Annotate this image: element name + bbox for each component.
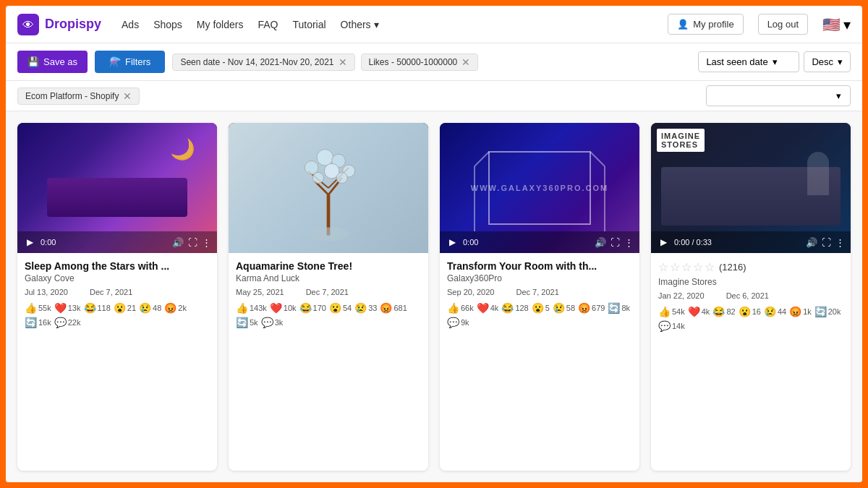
date-start-1: Jul 13, 2020 — [25, 288, 68, 296]
svg-point-11 — [312, 172, 323, 183]
card-controls-4: ▶ 0:00 / 0:33 🔊 ⛶ ⋮ — [651, 231, 851, 253]
sort-area: Last seen date ▾ Desc ▾ — [698, 51, 851, 72]
date-start-4: Jan 22, 2020 — [658, 291, 705, 300]
language-selector[interactable]: 🇺🇸 ▾ — [822, 16, 851, 33]
flag-icon: 🇺🇸 — [822, 16, 841, 33]
reaction-love-3: ❤️4k — [477, 302, 499, 314]
date-end-2: Dec 7, 2021 — [306, 288, 349, 296]
more-icon-1[interactable]: ⋮ — [202, 237, 211, 248]
navbar: 👁 Dropispy Ads Shops My folders FAQ Tuto… — [6, 6, 862, 43]
card-bg-tree — [229, 123, 428, 253]
date-end-3: Dec 7, 2021 — [516, 288, 558, 296]
reaction-comment-3: 💬9k — [447, 317, 469, 328]
card-thumb-galaxy-cove[interactable]: GALAXYCVE 🌙 ▶ 0:00 🔊 ⛶ ⋮ — [17, 123, 217, 253]
reaction-love-4: ❤️4k — [688, 306, 710, 317]
reaction-like-2: 👍143k — [236, 302, 267, 314]
card-body-1: Sleep Among the Stars with ... Galaxy Co… — [17, 253, 217, 471]
reaction-love-2: ❤️10k — [270, 302, 297, 314]
date-start-2: May 25, 2021 — [236, 288, 284, 296]
nav-faq[interactable]: FAQ — [258, 19, 278, 30]
chip-likes-remove[interactable]: ✕ — [461, 57, 470, 67]
secondary-dropdown[interactable]: ▾ — [706, 85, 851, 106]
logout-button[interactable]: Log out — [758, 14, 808, 35]
card-body-4: ☆ ☆ ☆ ☆ ☆ (1216) Imagine Stores Jan 22, … — [651, 253, 851, 471]
svg-line-17 — [590, 152, 605, 166]
svg-line-16 — [475, 152, 489, 166]
chevron-down-icon: ▾ — [374, 19, 379, 30]
svg-rect-15 — [489, 152, 590, 224]
flag-chevron-icon: ▾ — [843, 16, 851, 33]
time-3: 0:00 — [463, 238, 478, 247]
reaction-angry-1: 😡2k — [164, 302, 187, 314]
card-thumb-galaxy360[interactable]: WWW.GALAXY360PRO.COM ▶ 0:00 — [440, 123, 639, 253]
logo-text: Dropispy — [45, 17, 101, 32]
nav-ads[interactable]: Ads — [122, 19, 139, 30]
person-silhouette — [807, 152, 829, 195]
play-button-1[interactable]: ▶ — [23, 236, 36, 249]
card-store-3: Galaxy360Pro — [447, 273, 632, 283]
volume-icon-3[interactable]: 🔊 — [595, 237, 606, 248]
nav-others[interactable]: Others ▾ — [341, 19, 379, 30]
reaction-angry-2: 😡681 — [380, 302, 407, 314]
card-reactions-3: 👍66k ❤️4k 😂128 😮5 😢58 😡679 🔄8k 💬9k — [447, 302, 632, 328]
reaction-share-4: 🔄20k — [814, 306, 841, 317]
reaction-comment-1: 💬22k — [54, 317, 81, 328]
date-start-3: Sep 20, 2020 — [447, 288, 494, 296]
fullscreen-icon-4[interactable]: ⛶ — [822, 237, 831, 248]
nav-my-folders[interactable]: My folders — [197, 19, 244, 30]
date-end-1: Dec 7, 2021 — [90, 288, 132, 296]
reaction-wow-4: 😮16 — [739, 306, 761, 317]
play-button-3[interactable]: ▶ — [446, 236, 459, 249]
filter-icon: ⚗️ — [109, 56, 121, 67]
chip-shopify-remove[interactable]: ✕ — [123, 91, 132, 101]
date-end-4: Dec 6, 2021 — [726, 291, 769, 300]
stars-area: ☆ ☆ ☆ ☆ ☆ (1216) — [658, 260, 843, 274]
sort-chevron-icon: ▾ — [773, 56, 778, 67]
order-chevron-icon: ▾ — [838, 56, 843, 67]
more-icon-4[interactable]: ⋮ — [835, 237, 845, 248]
moon-icon: 🌙 — [170, 137, 195, 161]
reaction-share-1: 🔄16k — [25, 317, 51, 328]
time-4: 0:00 / 0:33 — [674, 238, 712, 247]
card-body-3: Transform Your Room with th... Galaxy360… — [440, 253, 639, 471]
reaction-like-1: 👍55k — [25, 302, 51, 314]
svg-point-13 — [336, 172, 347, 183]
chip-seen-date[interactable]: Seen date - Nov 14, 2021-Nov 20, 2021 ✕ — [172, 53, 354, 71]
bed-visual — [47, 178, 187, 217]
chip-seen-date-remove[interactable]: ✕ — [339, 57, 347, 67]
profile-icon: 👤 — [677, 19, 689, 30]
star-2: ☆ — [670, 260, 680, 274]
filter-chips: Seen date - Nov 14, 2021-Nov 20, 2021 ✕ … — [172, 53, 691, 71]
my-profile-button[interactable]: 👤 My profile — [668, 14, 743, 35]
volume-icon-4[interactable]: 🔊 — [806, 237, 817, 248]
reaction-haha-3: 😂128 — [501, 302, 528, 314]
card-thumb-aquamarine[interactable] — [229, 123, 428, 253]
reaction-wow-1: 😮21 — [114, 302, 136, 314]
nav-shops[interactable]: Shops — [153, 19, 182, 30]
tree-svg — [285, 134, 372, 242]
nav-tutorial[interactable]: Tutorial — [292, 19, 326, 30]
volume-icon-1[interactable]: 🔊 — [172, 237, 184, 248]
card-reactions-2: 👍143k ❤️10k 😂170 😮54 😢33 😡681 🔄5k 💬3k — [236, 302, 421, 328]
card-controls-1: ▶ 0:00 🔊 ⛶ ⋮ — [17, 231, 217, 253]
card-body-2: Aquamarine Stone Tree! Karma And Luck Ma… — [229, 253, 428, 471]
svg-text:👁: 👁 — [22, 19, 34, 31]
fullscreen-icon-3[interactable]: ⛶ — [610, 237, 620, 248]
more-icon-3[interactable]: ⋮ — [624, 237, 634, 248]
save-as-button[interactable]: 💾 Save as — [17, 51, 88, 73]
card-thumb-imagine[interactable]: IMAGINESTORES ▶ 0:00 / 0:33 🔊 ⛶ ⋮ — [651, 123, 851, 253]
cards-grid: GALAXYCVE 🌙 ▶ 0:00 🔊 ⛶ ⋮ — [17, 123, 851, 471]
fullscreen-icon-1[interactable]: ⛶ — [188, 237, 197, 248]
reaction-sad-3: 😢58 — [553, 302, 575, 314]
filters-button[interactable]: ⚗️ Filters — [95, 51, 165, 73]
reaction-angry-3: 😡679 — [578, 302, 605, 314]
order-select[interactable]: Desc ▾ — [804, 51, 851, 72]
star-4: ☆ — [693, 260, 703, 274]
card-title-2: Aquamarine Stone Tree! — [236, 260, 421, 272]
card-store-1: Galaxy Cove — [25, 273, 210, 283]
chip-shopify[interactable]: Ecom Platform - Shopify ✕ — [17, 87, 140, 105]
sort-select[interactable]: Last seen date ▾ — [698, 51, 799, 72]
chip-likes[interactable]: Likes - 50000-1000000 ✕ — [361, 53, 479, 71]
play-button-4[interactable]: ▶ — [657, 236, 670, 249]
reaction-haha-1: 😂118 — [84, 302, 111, 314]
